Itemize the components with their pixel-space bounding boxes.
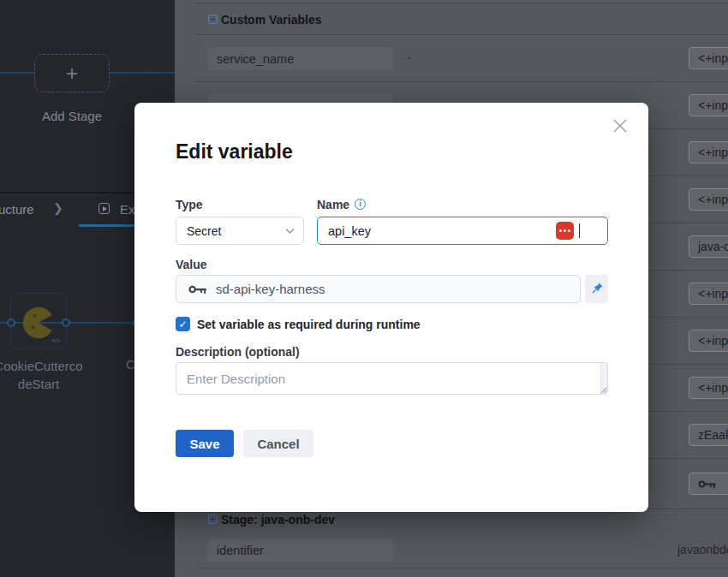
code-icon: </> — [51, 336, 60, 344]
stage-section-header: Stage: java-onb-dev — [195, 509, 728, 532]
description-field-wrap — [176, 362, 608, 395]
node-port-left[interactable] — [7, 318, 15, 327]
value-label: Value — [176, 258, 207, 271]
tab-infrastructure-partial[interactable]: ucture — [0, 202, 34, 217]
add-stage-label: Add Stage — [0, 109, 144, 123]
close-button[interactable] — [612, 118, 631, 137]
variable-value-box[interactable]: <+inpu — [689, 188, 728, 211]
modal-title: Edit variable — [176, 140, 293, 164]
variable-value-box[interactable]: <+inpu — [689, 47, 728, 69]
variable-value-box[interactable] — [689, 473, 728, 495]
identifier-value: javaonbde — [677, 543, 728, 556]
identifier-label-box[interactable]: identifier — [208, 538, 393, 562]
cookiecutter-icon[interactable] — [21, 306, 56, 340]
chevron-down-icon — [285, 228, 295, 235]
identifier-row: identifier javaonbde — [195, 532, 728, 568]
variable-value-box[interactable]: zEaak — [689, 424, 728, 446]
description-textarea[interactable] — [176, 363, 607, 394]
required-label[interactable]: Set variable as required during runtime — [197, 318, 421, 331]
required-checkbox[interactable]: ✓ — [176, 317, 190, 331]
collapse-icon[interactable] — [208, 15, 218, 24]
type-value: Secret — [187, 224, 221, 238]
node-label-line1: CookieCutterco — [0, 357, 124, 375]
save-button[interactable]: Save — [176, 430, 234, 457]
key-icon — [698, 479, 717, 489]
variable-name-box[interactable]: service_name — [208, 47, 393, 70]
name-field-wrap — [317, 217, 608, 245]
resize-handle-icon[interactable] — [599, 385, 607, 394]
secret-value-text: sd-api-key-harness — [216, 282, 325, 296]
variable-value-box[interactable]: java-o — [689, 235, 728, 258]
text-caret — [579, 223, 581, 238]
description-label: Description (optional) — [176, 345, 300, 359]
pin-button[interactable] — [585, 275, 608, 303]
variable-value-box[interactable]: <+inpu — [689, 94, 728, 116]
variable-value-box[interactable]: <+inpu — [689, 283, 728, 305]
section-title: Stage: java-onb-dev — [221, 513, 335, 526]
node-port-right[interactable] — [62, 318, 70, 327]
app: + Add Stage ucture ❯ Ex </> CookieCutter… — [0, 0, 728, 577]
info-icon: i — [355, 199, 366, 210]
variable-value-box[interactable]: <+inpu — [689, 330, 728, 352]
type-label: Type — [176, 198, 203, 211]
close-icon — [612, 118, 628, 134]
execution-icon — [98, 203, 110, 214]
plus-icon: + — [66, 62, 78, 86]
node-label: CookieCutterco deStart — [0, 357, 124, 393]
checkmark-icon: ✓ — [178, 318, 187, 330]
edit-variable-modal: Edit variable Type Name i Secret Value s… — [134, 103, 648, 512]
cancel-button[interactable]: Cancel — [243, 430, 313, 457]
key-icon — [188, 284, 207, 294]
collapse-icon[interactable] — [208, 515, 218, 524]
add-stage-button[interactable]: + — [34, 54, 110, 92]
chevron-right-icon: ❯ — [53, 201, 63, 215]
name-label: Name — [317, 198, 349, 211]
variable-value-box[interactable]: <+inpu — [689, 377, 728, 399]
tab-execution[interactable]: Ex — [120, 202, 135, 217]
type-select[interactable]: Secret — [176, 217, 304, 245]
section-title: Custom Variables — [221, 13, 322, 27]
pin-icon — [590, 283, 603, 295]
secret-badge-icon — [556, 222, 574, 240]
node-label-line2: deStart — [0, 375, 124, 393]
variable-row: service_name - <+inpu — [195, 35, 728, 82]
variable-dash: - — [407, 51, 411, 64]
secret-value-field[interactable]: sd-api-key-harness — [176, 275, 581, 303]
custom-variables-section-header: Custom Variables — [195, 3, 728, 35]
variable-value-box[interactable]: <+inpu — [689, 141, 728, 164]
